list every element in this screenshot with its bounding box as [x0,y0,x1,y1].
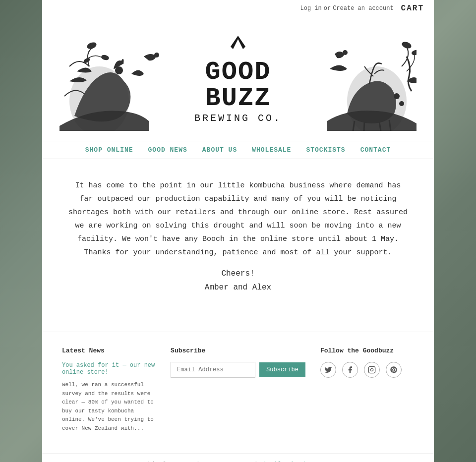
svg-rect-15 [368,366,375,373]
follow-title: Follow the Goodbuzz [320,347,414,354]
footer-follow: Follow the Goodbuzz [320,347,414,433]
twitter-icon[interactable] [320,362,336,378]
footer: Latest News You asked for it — our new o… [42,332,434,453]
svg-text:BREWING CO.: BREWING CO. [194,113,282,124]
svg-point-13 [394,93,400,99]
latest-news-title: Latest News [62,347,156,354]
subscribe-title: Subscribe [171,347,305,354]
nav-good-news[interactable]: GOOD NEWS [148,146,187,154]
facebook-icon[interactable] [342,362,358,378]
pinterest-icon[interactable] [386,362,402,378]
cheers-text: Cheers! [67,269,409,278]
top-bar: Log in or Create an account CART [42,0,434,17]
logo-area: GOOD BUZZ BREWING CO. [42,17,434,141]
main-content: It has come to the point in our little k… [42,159,434,332]
logo-illustration: GOOD BUZZ BREWING CO. [60,27,416,131]
nav-contact[interactable]: CONTACT [360,146,391,154]
footer-latest-news: Latest News You asked for it — our new o… [62,347,156,433]
svg-text:GOOD: GOOD [205,58,271,87]
svg-point-14 [399,101,404,106]
svg-point-11 [411,49,416,56]
subscribe-button[interactable]: Subscribe [259,362,305,377]
nav-about-us[interactable]: ABOUT US [202,146,237,154]
account-links: Log in or Create an account [300,5,394,12]
logo-container: GOOD BUZZ BREWING CO. [60,27,416,131]
create-account-link[interactable]: Create an account [333,5,393,12]
email-input[interactable] [171,362,255,378]
main-nav: SHOP ONLINE GOOD NEWS ABOUT US WHOLESALE… [42,141,434,159]
svg-point-10 [401,41,413,50]
svg-point-4 [154,53,159,58]
signature-text: Amber and Alex [67,283,409,292]
login-link[interactable]: Log in [300,5,322,12]
svg-point-5 [115,66,123,74]
svg-text:BUZZ: BUZZ [205,84,271,113]
main-body-text: It has come to the point in our little k… [67,179,409,259]
nav-shop-online[interactable]: SHOP ONLINE [85,146,133,154]
latest-news-article-link[interactable]: You asked for it — our new online store! [62,362,156,376]
instagram-icon[interactable] [364,362,380,378]
social-icons [320,362,414,378]
subscribe-form: Subscribe [171,362,305,378]
footer-subscribe: Subscribe Subscribe [171,347,305,433]
cart-link[interactable]: CART [401,4,424,13]
svg-point-2 [101,54,110,61]
nav-stockists[interactable]: STOCKISTS [306,146,345,154]
latest-news-excerpt: Well, we ran a successful survey and the… [62,381,156,433]
nav-wholesale[interactable]: WHOLESALE [252,146,291,154]
or-separator: or [324,5,331,12]
svg-point-12 [343,50,348,55]
copyright-bar: Copyright © 2017 GoodBuzz Beverage Co | … [42,453,434,462]
